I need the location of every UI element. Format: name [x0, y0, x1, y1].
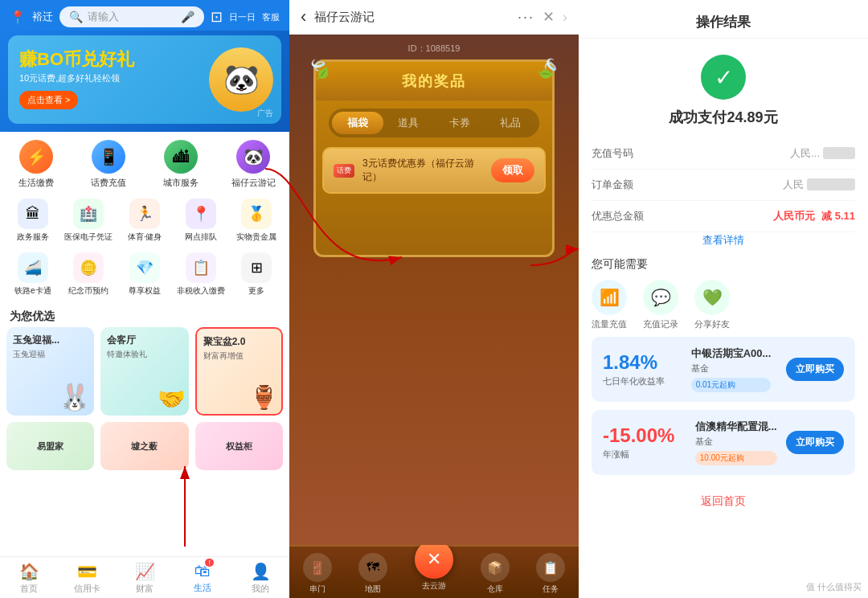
fund-rate-section-1: -15.00% 年涨幅 — [603, 424, 674, 461]
location-pin-icon: 📍 — [10, 10, 26, 25]
menu-tax[interactable]: 📋 非税收入缴费 — [174, 249, 227, 300]
may-item-1[interactable]: 💬 充值记录 — [643, 280, 678, 330]
second-row-grid: 易盟家 墟之薮 权益柜 — [0, 416, 289, 470]
menu-queue[interactable]: 📍 网点排队 — [174, 195, 227, 246]
record-icon: 💬 — [643, 280, 678, 315]
recommend-title: 为您优选 — [0, 303, 289, 327]
menu-item-fuyou[interactable]: 🐼 福仔云游记 — [217, 140, 289, 189]
buy-button-1[interactable]: 立即购买 — [786, 431, 844, 454]
fund-section: 1.84% 七日年化收益率 中银活期宝A00... 基金 0.01元起购 立即购… — [579, 337, 868, 483]
fund-name-0: 中银活期宝A00... — [691, 346, 772, 361]
check-icon: ✓ — [714, 64, 733, 91]
sports-icon: 🏃 — [129, 199, 160, 229]
fund-rate-label-0: 七日年化收益率 — [603, 375, 665, 387]
menu-sports[interactable]: 🏃 体育·健身 — [118, 195, 171, 246]
leaf-right-icon: 🍃 — [532, 53, 564, 84]
banner-subtitle: 10元话费,超多好礼轻松领 — [19, 72, 134, 84]
close-button[interactable]: ✕ — [542, 8, 555, 26]
city-service-icon: 🏙 — [164, 140, 198, 174]
tab-kaquan[interactable]: 卡券 — [434, 112, 485, 134]
game-nav-chuanmen[interactable]: 🚪 串门 — [303, 553, 332, 595]
detail-link-row: 查看详情 — [592, 232, 855, 248]
more-options-button[interactable]: ··· — [518, 9, 534, 26]
srg-card-2[interactable]: 权益柜 — [195, 422, 283, 470]
search-bar[interactable]: 🔍 请输入 🎤 — [59, 6, 204, 27]
rec-card-1[interactable]: 会客厅 特邀体验礼 🤝 — [100, 327, 188, 416]
nav-credit[interactable]: 💳 信用卡 — [58, 562, 116, 595]
game-nav-warehouse[interactable]: 📦 仓库 — [481, 553, 510, 595]
calendar-text[interactable]: 日一日 — [229, 11, 256, 23]
menu-zhengwu[interactable]: 🏛 政务服务 — [6, 195, 59, 246]
nav-home[interactable]: 🏠 首页 — [0, 562, 58, 595]
service-text[interactable]: 客服 — [262, 11, 280, 23]
prize-item: 话费 3元话费优惠券（福仔云游记） 领取 — [322, 147, 546, 194]
tab-daoju[interactable]: 道具 — [383, 112, 435, 134]
discount-value: 人民币元 减 5.11 — [773, 209, 855, 223]
success-area: ✓ 成功支付24.89元 — [579, 39, 868, 135]
return-link[interactable]: 返回首页 — [579, 483, 868, 520]
menu-train[interactable]: 🚄 铁路e卡通 — [6, 249, 59, 300]
search-input[interactable]: 请输入 — [88, 10, 176, 24]
menu-item-shenghuo[interactable]: ⚡ 生活缴费 — [0, 140, 72, 189]
forward-button[interactable]: › — [563, 9, 567, 26]
home-icon: 🏠 — [19, 562, 39, 581]
may-need-title: 您可能需要 — [592, 257, 855, 272]
game-bottom-bar: 🚪 串门 🗺 地图 ✕ 去云游 📦 仓库 📋 任务 — [289, 545, 579, 598]
queue-icon: 📍 — [186, 199, 216, 229]
rec-card-0[interactable]: 玉兔迎福... 玉兔迎福 🐰 — [6, 327, 94, 416]
leaf-left-icon: 🍃 — [304, 53, 336, 84]
buy-button-0[interactable]: 立即购买 — [786, 358, 844, 381]
may-item-2[interactable]: 💚 分享好友 — [694, 280, 730, 330]
srg-card-1[interactable]: 墟之薮 — [100, 422, 188, 470]
game-nav-map[interactable]: 🗺 地图 — [358, 553, 387, 595]
menu-gold[interactable]: 🥇 实物贵金属 — [230, 195, 283, 246]
banner-card[interactable]: 赚BO币兑好礼 10元话费,超多好礼轻松领 点击查看 > 🐼 广告 — [8, 35, 281, 124]
mic-icon[interactable]: 🎤 — [181, 10, 194, 23]
more-icon: ⊞ — [241, 252, 272, 283]
privilege-icon: 💎 — [129, 252, 160, 283]
fund-type-0: 基金 — [691, 362, 772, 375]
qr-scan-icon[interactable]: ⊡ — [211, 8, 223, 26]
fund-rate-section-0: 1.84% 七日年化收益率 — [603, 351, 665, 387]
quick-menu: ⚡ 生活缴费 📱 话费充值 🏙 城市服务 🐼 福仔云游记 — [0, 132, 289, 192]
nav-life[interactable]: 🛍 ! 生活 — [174, 562, 231, 595]
success-circle: ✓ — [701, 55, 746, 100]
nav-mine[interactable]: 👤 我的 — [231, 562, 289, 595]
fund-rate-label-1: 年涨幅 — [603, 448, 674, 461]
may-need-icons: 📶 流量充值 💬 充值记录 💚 分享好友 — [592, 280, 855, 330]
tab-lipin[interactable]: 礼品 — [485, 112, 537, 134]
recommend-grid: 玉兔迎福... 玉兔迎福 🐰 会客厅 特邀体验礼 🤝 聚宝盆2.0 财富再增值 … — [0, 327, 289, 416]
go-center-button[interactable]: ✕ — [415, 540, 453, 579]
watermark: 值 什么值得买 — [806, 581, 862, 593]
srg-card-0[interactable]: 易盟家 — [6, 422, 94, 470]
menu-more[interactable]: ⊞ 更多 — [230, 249, 283, 300]
rec-card-2[interactable]: 聚宝盆2.0 财富再增值 🏺 — [195, 327, 283, 416]
left-header: 📍 裕迁 🔍 请输入 🎤 ⊡ 日一日 客服 — [0, 0, 289, 31]
map-icon: 🗺 — [358, 553, 387, 582]
wealth-icon: 📈 — [135, 562, 155, 581]
menu-item-huafei[interactable]: 📱 话费充值 — [72, 140, 145, 189]
menu-yibao[interactable]: 🏥 医保电子凭证 — [63, 195, 116, 246]
game-nav-task[interactable]: 📋 任务 — [536, 553, 565, 595]
right-header: 操作结果 — [579, 0, 868, 39]
menu-coin[interactable]: 🪙 纪念币预约 — [63, 249, 116, 300]
second-menu: 🏛 政务服务 🏥 医保电子凭证 🏃 体育·健身 📍 网点排队 🥇 实物贵金属 🚄… — [0, 192, 289, 303]
fund-rate-1: -15.00% — [603, 424, 674, 447]
banner-cta-button[interactable]: 点击查看 > — [19, 91, 78, 109]
game-nav-go[interactable]: ✕ 去云游 — [415, 547, 453, 595]
menu-privilege[interactable]: 💎 尊享权益 — [118, 249, 171, 300]
traffic-fee-icon: 📶 — [592, 280, 627, 315]
claim-button[interactable]: 领取 — [491, 158, 534, 182]
may-item-0[interactable]: 📶 流量充值 — [592, 280, 627, 330]
fund-badge-0: 0.01元起购 — [691, 378, 772, 392]
prize-box: 🍃 我的奖品 🍃 福袋 道具 卡券 礼品 话费 3元话费优惠券（福仔云游记） 领… — [313, 59, 555, 257]
nav-wealth[interactable]: 📈 财富 — [116, 562, 174, 595]
back-button[interactable]: ‹ — [301, 6, 306, 27]
yibao-icon: 🏥 — [73, 199, 104, 229]
warehouse-icon: 📦 — [481, 553, 510, 582]
tab-fudai[interactable]: 福袋 — [332, 112, 383, 134]
bottom-nav: 🏠 首页 💳 信用卡 📈 财富 🛍 ! 生活 👤 我的 — [0, 556, 289, 598]
location-text[interactable]: 裕迁 — [32, 10, 53, 24]
coin-icon: 🪙 — [73, 252, 104, 283]
menu-item-city[interactable]: 🏙 城市服务 — [145, 140, 217, 189]
